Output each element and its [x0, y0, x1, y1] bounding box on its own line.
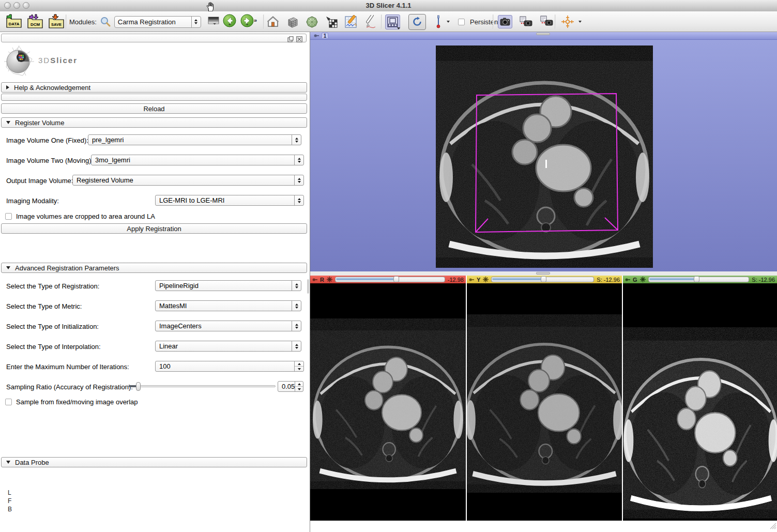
fixed-volume-selector[interactable]: pre_lgemri	[88, 134, 301, 145]
rotate-view-button[interactable]	[408, 14, 426, 30]
module-selector[interactable]: Carma Registration	[114, 16, 201, 28]
main-toolbar: DATA DCM SAVE Modules:	[0, 11, 777, 32]
expanded-arrow-icon	[6, 266, 10, 269]
app-window: 3D Slicer 4.1.1 DATA DCM	[0, 0, 777, 532]
sampling-ratio-slider[interactable]	[128, 385, 276, 387]
crosshair-dropdown-arrow[interactable]	[578, 21, 582, 23]
moving-volume-selector[interactable]: 3mo_lgemri	[91, 155, 304, 165]
green-slice-viewer[interactable]: G S: -12.96	[623, 276, 777, 521]
load-data-button[interactable]: DATA	[5, 14, 23, 29]
pin-icon[interactable]	[314, 32, 319, 40]
models-sphere-icon[interactable]	[306, 16, 318, 28]
panel-undock-icon[interactable]	[287, 35, 294, 44]
panel-close-icon[interactable]	[296, 35, 302, 44]
output-volume-label: Output Image Volume:	[6, 177, 73, 185]
svg-text:DATA: DATA	[8, 22, 19, 26]
yellow-slice-viewer[interactable]: Y S: -12.96	[467, 276, 622, 521]
save-button[interactable]: SAVE	[48, 14, 65, 29]
splitter-handle[interactable]	[536, 272, 550, 275]
green-slice-controller-bar[interactable]: G S: -12.96	[623, 276, 777, 283]
red-slice-canvas[interactable]	[310, 283, 466, 521]
yellow-slice-controller-bar[interactable]: Y S: -12.96	[467, 276, 622, 283]
help-header-label: Help & Acknowledgement	[14, 84, 90, 92]
threed-view-badge: 1	[322, 33, 328, 39]
svg-text:DCM: DCM	[31, 22, 40, 27]
metric-type-label: Select the Type of Metric:	[6, 302, 82, 310]
mouse-mode-dropdown-arrow[interactable]	[447, 21, 450, 23]
red-slider-handle[interactable]	[393, 276, 399, 282]
interpolation-type-selector[interactable]: Linear	[155, 341, 301, 352]
output-volume-selector[interactable]: Registered Volume	[72, 175, 304, 186]
view-menu-star-icon[interactable]	[483, 275, 489, 284]
view-menu-star-icon[interactable]	[640, 275, 646, 284]
imaging-modality-selector[interactable]: LGE-MRI to LGE-MRI	[155, 195, 304, 206]
registration-type-selector[interactable]: PipelineRigid	[155, 280, 301, 291]
red-slice-controller-bar[interactable]: R -12.98	[310, 276, 466, 283]
dicom-button[interactable]: DCM	[26, 14, 44, 29]
scene-view-capture-button[interactable]	[520, 16, 533, 27]
metric-type-selector[interactable]: MattesMI	[155, 300, 301, 311]
advanced-parameters-header[interactable]: Advanced Registration Parameters	[1, 263, 307, 273]
window-title: 3D Slicer 4.1.1	[0, 2, 777, 9]
yellow-slider-handle[interactable]	[541, 276, 546, 282]
module-back-button[interactable]	[223, 14, 237, 29]
help-acknowledgement-header[interactable]: Help & Acknowledgement	[1, 82, 307, 93]
module-search-icon[interactable]	[100, 17, 111, 27]
horizontal-splitter[interactable]	[310, 271, 777, 276]
crosshair-button[interactable]	[561, 15, 574, 28]
layout-dropdown-arrow[interactable]	[397, 27, 400, 29]
panel-dock-bar	[1, 34, 307, 42]
crop-volumes-checkbox[interactable]	[5, 213, 12, 220]
mri-slice-yellow	[467, 314, 622, 493]
probe-layer-b: B	[8, 506, 12, 513]
data-probe-header[interactable]: Data Probe	[1, 457, 307, 467]
initialization-type-selector[interactable]: ImageCenters	[155, 321, 301, 331]
title-bar[interactable]: 3D Slicer 4.1.1	[0, 0, 777, 12]
green-slice-slider[interactable]	[648, 277, 750, 282]
green-slider-handle[interactable]	[694, 276, 699, 282]
empty-bar	[1, 94, 307, 101]
module-forward-button[interactable]: »	[240, 14, 259, 29]
sample-overlap-checkbox[interactable]	[5, 399, 12, 405]
yellow-slice-slider[interactable]	[491, 277, 594, 282]
sampling-slider-handle[interactable]	[136, 382, 141, 391]
volume-cube-icon[interactable]	[286, 16, 299, 28]
threed-top-handle[interactable]	[536, 33, 550, 35]
persistent-label: Persistent	[470, 18, 500, 26]
reload-button[interactable]: Reload	[1, 103, 307, 114]
red-slice-letter: R	[320, 277, 324, 283]
apply-registration-button[interactable]: Apply Registration	[1, 223, 307, 234]
slicer-logo: 3DSlicer	[2, 44, 36, 81]
pin-icon[interactable]	[312, 275, 317, 284]
transforms-grid-icon[interactable]	[325, 16, 338, 28]
probe-layer-f: F	[8, 497, 11, 505]
register-volume-label: Register Volume	[15, 119, 64, 127]
iterations-spinbox[interactable]: 100	[155, 361, 304, 372]
red-slice-viewer[interactable]: R -12.98	[310, 276, 466, 521]
screenshot-button[interactable]	[498, 15, 512, 28]
threed-view-canvas[interactable]	[310, 40, 777, 271]
pin-icon[interactable]	[469, 275, 474, 284]
sampling-ratio-label: Sampling Ratio (Accuracy of Registration…	[6, 383, 133, 391]
threed-view[interactable]: 1	[310, 32, 777, 271]
module-selector-spinner[interactable]	[191, 17, 201, 27]
home-icon[interactable]	[267, 16, 279, 28]
panel-scrollbar-thumb[interactable]	[307, 279, 309, 294]
sampling-ratio-spinbox[interactable]: 0.05	[278, 381, 303, 392]
advanced-parameters-label: Advanced Registration Parameters	[15, 264, 119, 272]
red-slice-slider[interactable]	[335, 277, 445, 282]
green-slice-canvas[interactable]	[623, 283, 777, 521]
expanded-arrow-icon	[6, 121, 10, 124]
persistent-checkbox[interactable]	[458, 19, 465, 25]
view-menu-star-icon[interactable]	[327, 275, 332, 284]
register-volume-header[interactable]: Register Volume	[1, 117, 307, 128]
mouse-mode-needle-icon[interactable]	[435, 15, 441, 28]
restore-scene-view-button[interactable]	[540, 16, 555, 28]
pin-icon[interactable]	[625, 275, 630, 284]
window-resize-grip[interactable]	[769, 522, 776, 531]
layout-selector-button[interactable]	[385, 14, 400, 29]
yellow-slice-canvas[interactable]	[467, 283, 622, 521]
annotations-pen-icon[interactable]	[364, 15, 378, 28]
charts-icon[interactable]	[344, 15, 358, 28]
module-history-button[interactable]	[208, 16, 219, 27]
